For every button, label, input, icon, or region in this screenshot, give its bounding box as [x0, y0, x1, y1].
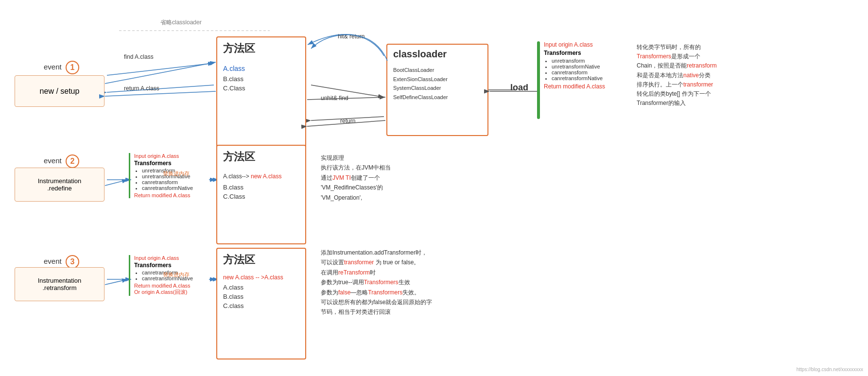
event2-label: event 2: [44, 154, 79, 168]
replace-memory-3: 替换进内存: [163, 271, 190, 278]
skip-classloader: 省略classloader: [160, 18, 202, 27]
svg-line-24: [105, 279, 128, 285]
event3-note: 添加Instrumentation.addTransformer时， 可以设置t…: [321, 248, 481, 317]
classloader-title: classloader: [393, 49, 482, 60]
find-a-class-label: find A.class: [124, 53, 154, 60]
event2-principle: 实现原理 执行该方法，在JVM中相当 通过JVM TI创建了一个 'VM_Red…: [321, 153, 433, 203]
event3-circle: 3: [66, 255, 79, 269]
classloader-items: BootClassLoader ExtenSionClassLoader Sys…: [393, 66, 482, 102]
event1-circle: 1: [66, 61, 79, 74]
load-label: load: [510, 83, 528, 93]
event1-label: event 1: [44, 61, 79, 74]
skip-dashed-line: [119, 27, 275, 36]
return-label: return: [340, 118, 355, 124]
green-bar-1: [537, 41, 540, 119]
svg-line-18: [105, 91, 216, 96]
svg-line-17: [105, 62, 216, 84]
method-area-3: 方法区 new A.class -- >A.class A.class B.cl…: [216, 248, 306, 359]
hit-return-label: hit& return: [338, 33, 365, 40]
right-transformers-title: Transformers: [544, 50, 622, 56]
right-return-modified: Return modified A.class: [544, 83, 622, 90]
method-area-2-title: 方法区: [223, 150, 299, 164]
event3-label: event 3: [44, 255, 79, 269]
method-area-1-aclass: A.class: [223, 65, 299, 72]
classloader-box: classloader BootClassLoader ExtenSionCla…: [386, 44, 488, 136]
method-area-2-note: A.class--> new A.class: [223, 173, 299, 180]
right-input-origin: Input origin A.class: [544, 41, 622, 48]
svg-line-4: [107, 63, 214, 75]
unhit-find-label: unhit& find: [321, 95, 348, 102]
footer-url: https://blog.csdn.net/xxxxxxxxx: [797, 367, 863, 372]
svg-line-22: [105, 180, 128, 186]
method-area-3-title: 方法区: [223, 253, 299, 267]
event2-circle: 2: [66, 154, 79, 168]
instrumentation-redefine-box: Instrumentation .redefine: [15, 168, 104, 202]
right-transformers-1: Input origin A.class Transformers unretr…: [537, 41, 622, 90]
method-area-2: 方法区 A.class--> new A.class B.class C.Cla…: [216, 145, 306, 244]
method-area-1-cclass: C.Class: [223, 85, 299, 92]
method-area-1-bclass: B.class: [223, 75, 299, 83]
svg-line-5: [107, 85, 214, 92]
return-a-class-label: return A.class: [124, 85, 159, 92]
new-setup-box: new / setup: [15, 75, 104, 107]
diagram-container: 省略classloader event 1 new / setup find A…: [0, 0, 868, 376]
right-description: 转化类字节码时，所有的 Transformers是形成一个 Chain，按照是否…: [637, 43, 797, 108]
method-area-1-title: 方法区: [223, 41, 299, 56]
instrumentation-retransform-box: Instrumentation .retransform: [15, 267, 104, 301]
method-area-1: 方法区 A.class B.class C.Class: [216, 36, 306, 148]
replace-memory-2: 替换进内存: [163, 170, 190, 177]
right-bullet-list: unretransform unretransformNative canret…: [544, 58, 622, 81]
